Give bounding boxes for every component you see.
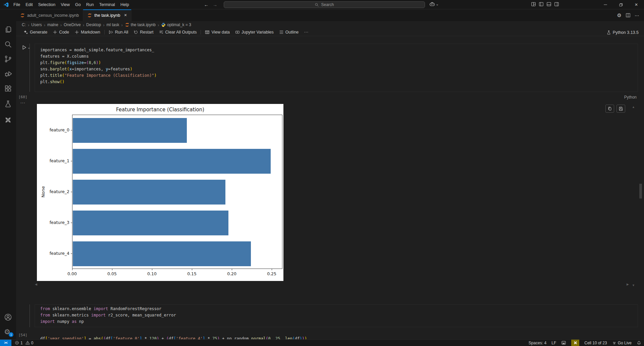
customize-layout-icon[interactable] bbox=[531, 2, 536, 7]
ytick-label: feature_0 bbox=[39, 127, 69, 132]
toolbar-jupyter-variables-button[interactable]: Jupyter Variables bbox=[232, 28, 276, 36]
menu-terminal[interactable]: Terminal bbox=[97, 0, 118, 9]
account-icon[interactable] bbox=[4, 313, 12, 321]
bar-feature_3 bbox=[73, 211, 228, 235]
eol-indicator[interactable]: LF bbox=[551, 341, 556, 345]
execution-count: [60] bbox=[18, 95, 28, 99]
code-line[interactable]: plt.figure(figsize=(8,6)) bbox=[40, 60, 157, 66]
tab-adult-census-income-ipynb[interactable]: adult_census_income.ipynb bbox=[16, 9, 83, 21]
breadcrumb-item[interactable]: Desktop bbox=[86, 22, 101, 27]
code-line[interactable]: from sklearn.ensemble import RandomFores… bbox=[40, 306, 176, 312]
notifications-bell-icon[interactable] bbox=[637, 341, 641, 345]
breadcrumb-separator: › bbox=[60, 22, 62, 27]
cell-code-editor[interactable]: df['year_spending'] = abs((df['feature_0… bbox=[40, 336, 307, 339]
breadcrumb-separator: › bbox=[82, 22, 85, 27]
indent-indicator[interactable]: Spaces: 4 bbox=[529, 341, 546, 345]
toggle-panel-icon[interactable] bbox=[546, 2, 551, 7]
breadcrumb-item[interactable]: optimal_k = 3 bbox=[161, 22, 191, 27]
editor-more-actions-icon[interactable]: ⋯ bbox=[635, 13, 639, 18]
cell-language-picker[interactable]: Python bbox=[624, 95, 637, 100]
search-input[interactable]: Search bbox=[224, 1, 425, 8]
toolbar-more-actions-button[interactable] bbox=[301, 28, 311, 36]
code-line[interactable]: from sklearn.metrics import r2_score, me… bbox=[40, 312, 176, 319]
run-cell-button[interactable]: ⌄ bbox=[21, 45, 30, 50]
menu-help[interactable]: Help bbox=[118, 0, 132, 9]
copy-output-button[interactable] bbox=[605, 105, 614, 113]
code-line[interactable]: plt.show() bbox=[40, 79, 157, 85]
scroll-right-icon[interactable]: ▶ bbox=[627, 283, 629, 286]
scroll-down-icon[interactable]: ▼ bbox=[632, 284, 635, 287]
toggle-secondary-sidebar-icon[interactable] bbox=[554, 2, 559, 7]
broadcast-icon bbox=[612, 341, 616, 345]
menu-file[interactable]: File bbox=[11, 0, 23, 9]
tab-the-task-ipynb[interactable]: the task.ipynb✕ bbox=[83, 9, 131, 21]
back-arrow-icon[interactable]: ← bbox=[204, 2, 209, 7]
breadcrumb-item[interactable]: Users bbox=[31, 22, 42, 27]
code-line[interactable]: sns.barplot(x=importances, y=features) bbox=[40, 66, 157, 72]
code-line[interactable]: import numpy as np bbox=[40, 319, 176, 325]
code-line[interactable]: plt.title("Feature Importance (Classific… bbox=[40, 72, 157, 79]
menu-go[interactable]: Go bbox=[72, 0, 84, 9]
breadcrumb-item[interactable]: OneDrive bbox=[64, 22, 81, 27]
cell-code-editor[interactable]: importances = model_simple.feature_impor… bbox=[40, 47, 157, 85]
toggle-sidebar-icon[interactable] bbox=[539, 2, 544, 7]
toolbar-separator bbox=[201, 30, 201, 35]
menu-run[interactable]: Run bbox=[84, 0, 97, 9]
xtick-label: 0.25 bbox=[267, 271, 276, 276]
output-more-actions[interactable]: ⋯ bbox=[20, 100, 25, 106]
extension-status-icon[interactable] bbox=[571, 340, 579, 346]
restore-button[interactable] bbox=[613, 0, 629, 9]
code-line[interactable]: importances = model_simple.feature_impor… bbox=[40, 47, 157, 53]
toolbar-restart-button[interactable]: Restart bbox=[131, 28, 156, 36]
scroll-left-icon[interactable]: ◀ bbox=[35, 283, 37, 286]
search-sidebar-icon[interactable] bbox=[4, 40, 12, 48]
jupyter-icon bbox=[20, 13, 25, 18]
remote-indicator[interactable]: >< bbox=[0, 340, 11, 346]
vertical-scrollbar[interactable] bbox=[639, 184, 642, 198]
toolbar-add-markdown-button[interactable]: Markdown bbox=[72, 28, 103, 36]
minimize-button[interactable] bbox=[598, 0, 613, 9]
cell-focus-bar bbox=[30, 44, 30, 92]
breadcrumb-item[interactable]: the task.ipynb bbox=[125, 22, 156, 27]
run-debug-icon[interactable] bbox=[4, 70, 12, 78]
restart-icon bbox=[133, 30, 138, 35]
toolbar-outline-button[interactable]: Outline bbox=[276, 28, 302, 36]
toolbar-run-all-button[interactable]: Run All bbox=[106, 28, 131, 36]
ytick-label: feature_2 bbox=[39, 189, 69, 194]
copilot-menu[interactable]: ⌄ bbox=[429, 1, 439, 7]
settings-gear-icon[interactable]: ⚙ 1 bbox=[4, 328, 12, 336]
notebook-editor: ⌄ importances = model_simple.feature_imp… bbox=[0, 36, 644, 339]
explorer-icon[interactable] bbox=[4, 25, 12, 34]
menu-view[interactable]: View bbox=[58, 0, 72, 9]
close-window-button[interactable]: ✕ bbox=[629, 0, 644, 9]
scroll-up-icon[interactable]: ▲ bbox=[632, 105, 635, 109]
problems-indicator[interactable]: 1 0 bbox=[15, 340, 33, 346]
notebook-settings-icon[interactable]: ⚙ bbox=[617, 11, 622, 19]
kernel-picker[interactable]: Python 3.13.5 bbox=[606, 28, 639, 36]
code-line[interactable]: df['year_spending'] = abs((df['feature_0… bbox=[40, 336, 307, 339]
toolbar-generate-button[interactable]: Generate bbox=[21, 28, 50, 36]
xtick-label: 0.10 bbox=[147, 271, 157, 276]
testing-icon[interactable] bbox=[4, 100, 12, 108]
save-output-button[interactable] bbox=[616, 105, 625, 113]
menu-edit[interactable]: Edit bbox=[23, 0, 36, 9]
close-tab-icon[interactable]: ✕ bbox=[124, 13, 127, 17]
cell-indicator[interactable]: Cell 10 of 23 bbox=[584, 341, 607, 345]
code-line[interactable]: features = X.columns bbox=[40, 53, 157, 60]
toolbar-view-data-button[interactable]: View data bbox=[202, 28, 232, 36]
extension-pinwheel-icon[interactable] bbox=[4, 116, 12, 124]
toolbar-add-code-button[interactable]: Code bbox=[50, 28, 72, 36]
breadcrumb[interactable]: C:›Users›malne›OneDrive›Desktop›ml task›… bbox=[22, 21, 191, 28]
breadcrumb-item[interactable]: C: bbox=[22, 22, 26, 27]
extensions-icon[interactable] bbox=[4, 84, 12, 93]
split-editor-icon[interactable] bbox=[626, 13, 631, 18]
breadcrumb-item[interactable]: malne bbox=[47, 22, 58, 27]
go-live-button[interactable]: Go Live bbox=[612, 341, 632, 345]
menu-selection[interactable]: Selection bbox=[36, 0, 58, 9]
toolbar-clear-outputs-button[interactable]: Clear All Outputs bbox=[156, 28, 200, 36]
breadcrumb-item[interactable]: ml task bbox=[106, 22, 119, 27]
feedback-face-icon[interactable] bbox=[561, 340, 566, 345]
source-control-icon[interactable] bbox=[4, 55, 12, 63]
cell-code-editor[interactable]: from sklearn.ensemble import RandomFores… bbox=[40, 306, 176, 325]
forward-arrow-icon[interactable]: → bbox=[213, 2, 217, 7]
